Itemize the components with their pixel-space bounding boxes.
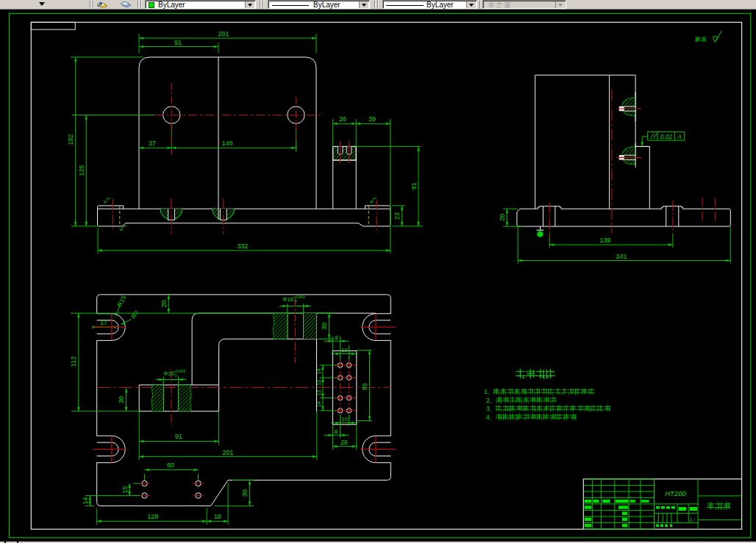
- svg-text:60: 60: [167, 461, 174, 469]
- svg-text:1 /: 1 /: [690, 517, 695, 522]
- svg-text:18: 18: [214, 513, 221, 520]
- svg-text:HT200: HT200: [665, 489, 686, 497]
- svg-text:15: 15: [121, 486, 129, 493]
- svg-text:192: 192: [67, 134, 74, 145]
- svg-text:201: 201: [218, 30, 229, 37]
- svg-text:241: 241: [616, 253, 627, 260]
- svg-text:8: 8: [335, 428, 338, 435]
- svg-text:14: 14: [316, 401, 321, 407]
- svg-text:30: 30: [118, 396, 125, 403]
- svg-text:8: 8: [335, 334, 338, 341]
- svg-text:85: 85: [361, 383, 368, 390]
- svg-text:30: 30: [241, 489, 249, 497]
- svg-text:23: 23: [393, 212, 401, 220]
- svg-text:20: 20: [160, 300, 168, 307]
- svg-text:1、: 1、: [484, 388, 493, 395]
- svg-text:139: 139: [599, 237, 610, 244]
- svg-text:10: 10: [341, 416, 348, 422]
- svg-text:A: A: [677, 133, 682, 140]
- svg-text:2、: 2、: [486, 397, 496, 404]
- svg-text:128: 128: [147, 513, 158, 520]
- svg-text:4、: 4、: [486, 414, 496, 421]
- svg-text:37: 37: [149, 140, 156, 147]
- svg-text:332: 332: [237, 242, 248, 250]
- svg-text:91: 91: [410, 182, 418, 190]
- svg-text:112: 112: [70, 356, 77, 367]
- svg-text:14: 14: [316, 369, 321, 375]
- svg-text:20: 20: [499, 214, 506, 221]
- svg-text:91: 91: [175, 433, 182, 440]
- svg-text:0.02: 0.02: [660, 133, 673, 140]
- svg-text:30: 30: [321, 323, 328, 330]
- svg-text:Φ16: Φ16: [282, 296, 294, 303]
- svg-text:12: 12: [316, 390, 321, 396]
- svg-text:0: 0: [295, 299, 297, 303]
- svg-text:12: 12: [316, 380, 321, 386]
- svg-text:3、: 3、: [486, 405, 496, 412]
- svg-text:14: 14: [82, 497, 89, 504]
- svg-text:17: 17: [100, 319, 107, 326]
- svg-text:125: 125: [78, 165, 85, 176]
- svg-text:140: 140: [221, 140, 232, 147]
- svg-text:201: 201: [222, 449, 233, 456]
- svg-text:26: 26: [339, 115, 346, 123]
- svg-text:0: 0: [175, 373, 177, 378]
- svg-text:26: 26: [340, 439, 348, 446]
- svg-text:10: 10: [341, 347, 348, 353]
- svg-text:Φ20: Φ20: [163, 370, 175, 377]
- svg-text:91: 91: [174, 39, 182, 46]
- svg-text:39: 39: [368, 115, 376, 123]
